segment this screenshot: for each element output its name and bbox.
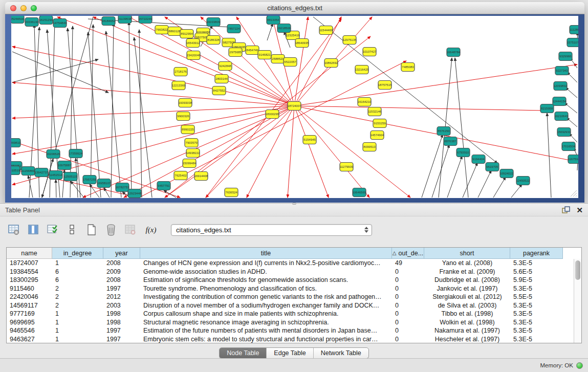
graph-node[interactable]: 18300295 [266, 110, 279, 119]
tab-node-table[interactable]: Node Table [220, 348, 267, 358]
function-builder-button[interactable]: f(x) [142, 226, 160, 234]
graph-node[interactable]: 8990225 [181, 125, 194, 134]
graph-node[interactable]: 7625402 [174, 171, 187, 180]
graph-node[interactable]: 2718176 [174, 68, 187, 76]
graph-node[interactable]: 18640935 [295, 39, 309, 48]
graph-node[interactable]: 8876387 [444, 137, 457, 146]
graph-node[interactable]: 14754849 [53, 19, 67, 28]
graph-node[interactable]: 9329966 [559, 52, 572, 61]
graph-node[interactable]: 9153259 [373, 119, 386, 128]
graph-node[interactable]: 17016504 [562, 142, 576, 151]
column-header-pagerank[interactable]: pagerank [510, 248, 563, 259]
graph-node[interactable]: 23420046 [187, 51, 201, 60]
graph-node[interactable]: 12213369 [172, 81, 186, 90]
graph-node[interactable]: 8427552 [212, 86, 226, 95]
graph-node[interactable]: 11128024 [570, 26, 578, 34]
graph-node[interactable]: 8860128 [168, 27, 181, 36]
graph-node[interactable]: 16151294 [39, 16, 53, 25]
graph-node[interactable]: 11675345 [568, 155, 578, 164]
graph-node[interactable]: 10862692 [324, 59, 338, 68]
column-header-name[interactable]: name [7, 248, 52, 259]
graph-node[interactable]: 5154945 [303, 136, 316, 144]
table-row[interactable]: 1872400712008Changes of HCN gene express… [7, 259, 581, 268]
graph-node[interactable]: 9619705 [486, 163, 499, 171]
graph-node[interactable]: 8912954 [180, 30, 193, 38]
graph-node[interactable]: 14574904 [371, 131, 384, 140]
table-row[interactable]: 946362711997Embryonic stem cells: a mode… [7, 335, 581, 344]
graph-node[interactable]: 15099484 [183, 159, 197, 168]
close-panel-icon[interactable]: ✕ [576, 206, 583, 214]
graph-node[interactable]: 15751074 [567, 38, 578, 47]
graph-node[interactable]: 2803144 [215, 75, 228, 83]
table-row[interactable]: 1938455462009Genome-wide association stu… [7, 268, 581, 276]
graph-node[interactable]: 16648784 [447, 48, 461, 57]
memory-status-indicator[interactable] [576, 362, 583, 369]
graph-node[interactable]: 11279939 [340, 163, 354, 171]
graph-node[interactable]: 2975685 [229, 48, 242, 57]
graph-node[interactable]: 13216425 [355, 65, 369, 74]
graph-node[interactable]: 6793910 [456, 148, 470, 157]
graph-node[interactable]: 13910519 [11, 166, 20, 175]
graph-node[interactable]: 9227343 [555, 67, 569, 75]
new-column-button[interactable] [84, 223, 99, 237]
tab-edge-table[interactable]: Edge Table [267, 348, 313, 358]
graph-node[interactable]: 21139538 [118, 16, 132, 24]
select-all-button[interactable] [45, 223, 60, 237]
graph-node[interactable]: 15722249 [139, 16, 153, 24]
graph-node[interactable]: 19218506 [277, 24, 291, 33]
table-row[interactable]: 946554611997Estimation of the future num… [7, 326, 581, 335]
scrollbar-thumb[interactable] [575, 260, 580, 280]
table-vertical-scrollbar[interactable] [574, 259, 581, 343]
graph-node[interactable]: 10646569 [353, 188, 366, 197]
table-row[interactable]: 1456911722003Disruption of a novel membe… [7, 301, 581, 310]
graph-node[interactable]: 7663822 [155, 26, 168, 34]
column-header-short[interactable]: short [424, 248, 510, 259]
graph-node[interactable]: 7485083 [401, 63, 415, 72]
graph-node[interactable]: 9900326 [177, 112, 190, 121]
graph-node[interactable]: 9242848 [219, 62, 232, 71]
graph-node[interactable]: 7636524 [225, 188, 238, 197]
table-selector-dropdown[interactable]: citations_edges.txt [171, 224, 372, 236]
graph-node[interactable]: 12505115 [64, 172, 78, 181]
graph-node[interactable]: 20336130 [25, 18, 39, 27]
graph-node[interactable]: 16782753 [116, 183, 129, 192]
graph-node[interactable]: 9194404 [472, 155, 485, 164]
table-row[interactable]: 1830029562008Estimation of significance … [7, 276, 581, 285]
graph-node[interactable]: 14938222 [186, 149, 200, 158]
graph-node[interactable]: 11451514 [49, 171, 63, 180]
graph-node[interactable]: 8186328 [207, 36, 220, 45]
column-header-indegree[interactable]: in_degree [52, 248, 103, 259]
graph-node[interactable]: 18724007 [288, 102, 301, 111]
show-columns-button[interactable] [26, 223, 41, 237]
graph-node[interactable]: 18757515 [378, 81, 392, 90]
graph-node[interactable]: 8576150 [437, 127, 450, 136]
graph-node[interactable]: 15692931 [557, 128, 571, 137]
column-chooser-button[interactable] [64, 223, 80, 237]
graph-node[interactable]: 7903579 [185, 139, 198, 147]
graph-node[interactable]: 9146821 [258, 51, 271, 59]
graph-node[interactable]: 17359924 [69, 149, 83, 158]
graph-node[interactable]: 8215958 [540, 104, 554, 113]
table-row[interactable]: 969969511998Structural magnetic resonanc… [7, 318, 581, 327]
canvas-resize-grip[interactable] [570, 190, 577, 197]
graph-node[interactable]: 11544469 [319, 26, 333, 35]
graph-node[interactable]: 8813054 [267, 16, 280, 25]
graph-node[interactable]: 12093832 [554, 82, 568, 91]
panel-resize-handle[interactable] [292, 203, 296, 205]
graph-node[interactable]: 25869810 [11, 139, 21, 147]
graph-node[interactable]: 25266500 [11, 16, 25, 24]
graph-node[interactable]: 16033809 [207, 18, 221, 27]
delete-column-button[interactable] [103, 223, 119, 237]
column-header-title[interactable]: title [140, 248, 392, 259]
graph-node[interactable]: 13942737 [35, 168, 49, 177]
graph-node[interactable]: 6522057 [284, 58, 297, 67]
graph-node[interactable]: 20206526 [47, 150, 60, 159]
table-row[interactable]: 977716911998Corpus callosum shape and si… [7, 310, 581, 318]
graph-node[interactable]: 16914408 [194, 172, 208, 181]
graph-node[interactable]: 12450522 [516, 177, 530, 185]
table-settings-button[interactable] [6, 223, 21, 237]
graph-node[interactable]: 7857224 [227, 25, 241, 33]
delete-table-button-disabled[interactable] [123, 223, 138, 237]
graph-node[interactable]: 17957255 [83, 176, 97, 184]
column-header-year[interactable]: year [103, 248, 140, 259]
